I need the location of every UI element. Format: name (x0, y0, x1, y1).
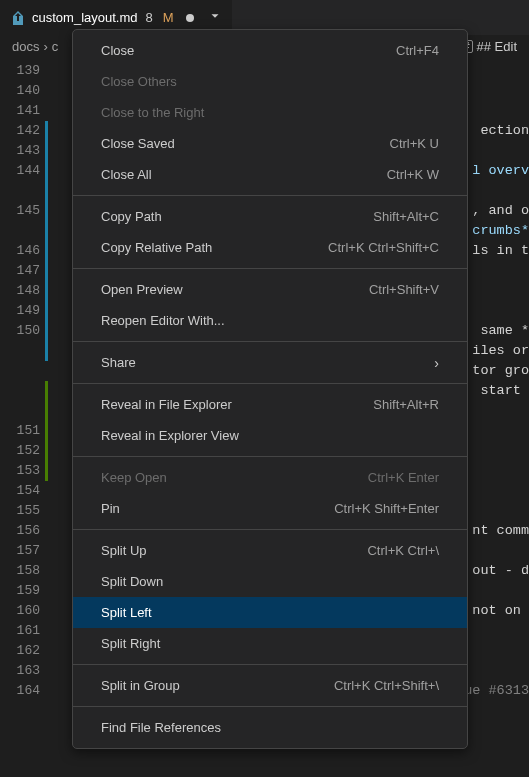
menu-item-label: Reopen Editor With... (101, 313, 225, 328)
tab-modified-indicator: M (163, 10, 174, 25)
line-number: 163 (0, 661, 48, 681)
line-number: 148 (0, 281, 48, 301)
change-indicator (45, 121, 48, 361)
menu-item-label: Reveal in File Explorer (101, 397, 232, 412)
line-number (0, 381, 48, 401)
menu-item-keep-open: Keep OpenCtrl+K Enter (73, 462, 467, 493)
line-number: 157 (0, 541, 48, 561)
menu-item-split-left[interactable]: Split Left (73, 597, 467, 628)
outline-label: ## Edit (477, 39, 517, 54)
line-number: 147 (0, 261, 48, 281)
line-number: 149 (0, 301, 48, 321)
chevron-right-icon: › (434, 355, 439, 371)
menu-item-copy-relative-path[interactable]: Copy Relative PathCtrl+K Ctrl+Shift+C (73, 232, 467, 263)
menu-item-close-all[interactable]: Close AllCtrl+K W (73, 159, 467, 190)
menu-separator (73, 706, 467, 707)
menu-item-label: Split Down (101, 574, 163, 589)
menu-item-label: Open Preview (101, 282, 183, 297)
menu-item-label: Find File References (101, 720, 221, 735)
line-number (0, 221, 48, 241)
line-number: 164 (0, 681, 48, 701)
menu-item-label: Close Saved (101, 136, 175, 151)
line-number: 158 (0, 561, 48, 581)
menu-item-split-in-group[interactable]: Split in GroupCtrl+K Ctrl+Shift+\ (73, 670, 467, 701)
menu-item-shortcut: Ctrl+K Ctrl+Shift+C (328, 240, 439, 255)
menu-item-split-down[interactable]: Split Down (73, 566, 467, 597)
menu-item-shortcut: Ctrl+K Enter (368, 470, 439, 485)
line-number (0, 361, 48, 381)
line-number: 150 (0, 321, 48, 341)
menu-item-close-to-the-right: Close to the Right (73, 97, 467, 128)
chevron-down-icon[interactable] (208, 9, 222, 27)
line-number: 162 (0, 641, 48, 661)
menu-item-label: Keep Open (101, 470, 167, 485)
menu-item-label: Close to the Right (101, 105, 204, 120)
menu-item-label: Pin (101, 501, 120, 516)
line-number: 154 (0, 481, 48, 501)
menu-item-pin[interactable]: PinCtrl+K Shift+Enter (73, 493, 467, 524)
menu-item-reopen-editor-with[interactable]: Reopen Editor With... (73, 305, 467, 336)
line-number: 161 (0, 621, 48, 641)
line-number (0, 401, 48, 421)
menu-separator (73, 341, 467, 342)
menu-item-shortcut: Ctrl+K Shift+Enter (334, 501, 439, 516)
menu-item-reveal-in-explorer-view[interactable]: Reveal in Explorer View (73, 420, 467, 451)
markdown-file-icon (10, 10, 26, 26)
menu-item-shortcut: Shift+Alt+C (373, 209, 439, 224)
menu-item-label: Close (101, 43, 134, 58)
menu-item-shortcut: Shift+Alt+R (373, 397, 439, 412)
menu-item-close-saved[interactable]: Close SavedCtrl+K U (73, 128, 467, 159)
menu-item-open-preview[interactable]: Open PreviewCtrl+Shift+V (73, 274, 467, 305)
line-number: 141 (0, 101, 48, 121)
tab-dirty-dot (186, 14, 194, 22)
line-number: 143 (0, 141, 48, 161)
menu-item-shortcut: Ctrl+K Ctrl+Shift+\ (334, 678, 439, 693)
menu-item-label: Split Up (101, 543, 147, 558)
menu-separator (73, 383, 467, 384)
line-number: 151 (0, 421, 48, 441)
menu-item-close[interactable]: CloseCtrl+F4 (73, 35, 467, 66)
breadcrumb-item[interactable]: docs (12, 39, 39, 54)
line-number: 146 (0, 241, 48, 261)
line-number: 152 (0, 441, 48, 461)
menu-item-shortcut: Ctrl+K U (390, 136, 439, 151)
menu-item-shortcut: Ctrl+F4 (396, 43, 439, 58)
menu-item-close-others: Close Others (73, 66, 467, 97)
line-number: 144 (0, 161, 48, 181)
menu-item-label: Split Right (101, 636, 160, 651)
menu-item-shortcut: Ctrl+K Ctrl+\ (367, 543, 439, 558)
line-number: 153 (0, 461, 48, 481)
breadcrumb-outline[interactable]: # ## Edit (460, 39, 517, 54)
menu-item-label: Reveal in Explorer View (101, 428, 239, 443)
menu-item-reveal-in-file-explorer[interactable]: Reveal in File ExplorerShift+Alt+R (73, 389, 467, 420)
line-number: 145 (0, 201, 48, 221)
menu-separator (73, 456, 467, 457)
menu-item-label: Close Others (101, 74, 177, 89)
menu-separator (73, 529, 467, 530)
tab-filename: custom_layout.md (32, 10, 138, 25)
line-number: 140 (0, 81, 48, 101)
line-number: 139 (0, 61, 48, 81)
menu-item-label: Split in Group (101, 678, 180, 693)
menu-item-copy-path[interactable]: Copy PathShift+Alt+C (73, 201, 467, 232)
breadcrumb-item[interactable]: c (52, 39, 59, 54)
tab-context-menu: CloseCtrl+F4Close OthersClose to the Rig… (72, 29, 468, 749)
menu-item-split-up[interactable]: Split UpCtrl+K Ctrl+\ (73, 535, 467, 566)
menu-item-split-right[interactable]: Split Right (73, 628, 467, 659)
menu-item-share[interactable]: Share› (73, 347, 467, 378)
menu-item-shortcut: Ctrl+Shift+V (369, 282, 439, 297)
menu-item-label: Split Left (101, 605, 152, 620)
menu-item-shortcut: Ctrl+K W (387, 167, 439, 182)
change-indicator (45, 381, 48, 481)
line-number: 155 (0, 501, 48, 521)
line-number: 160 (0, 601, 48, 621)
menu-separator (73, 195, 467, 196)
line-number: 156 (0, 521, 48, 541)
line-number: 142 (0, 121, 48, 141)
menu-item-label: Copy Path (101, 209, 162, 224)
menu-item-label: Share (101, 355, 136, 370)
line-number-gutter: 1391401411421431441451461471481491501511… (0, 57, 48, 777)
line-number (0, 341, 48, 361)
menu-item-find-file-references[interactable]: Find File References (73, 712, 467, 743)
menu-separator (73, 664, 467, 665)
